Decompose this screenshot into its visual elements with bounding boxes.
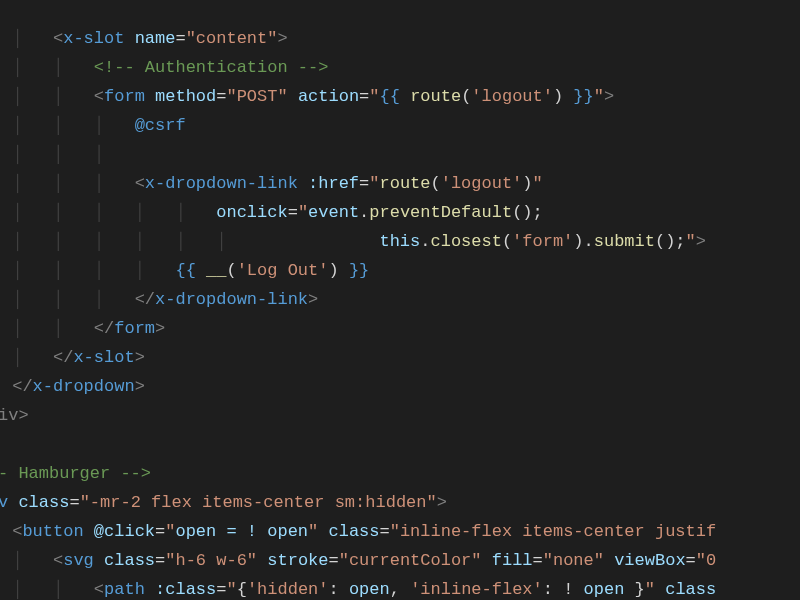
code-line[interactable]: │ <x-slot name="content"> (0, 24, 716, 53)
code-line[interactable]: │ </x-slot> (0, 343, 716, 372)
code-line[interactable]: v class="-mr-2 flex items-center sm:hidd… (0, 488, 716, 517)
code-line[interactable]: │ │ │ (0, 140, 716, 169)
code-line[interactable]: │ │ │ @csrf (0, 111, 716, 140)
code-line[interactable]: │ │ <form method="POST" action="{{ route… (0, 82, 716, 111)
code-line[interactable]: │ │ │ │ {{ __('Log Out') }} (0, 256, 716, 285)
code-line[interactable]: │ │ │ </x-dropdown-link> (0, 285, 716, 314)
code-line[interactable]: │ <svg class="h-6 w-6" stroke="currentCo… (0, 546, 716, 575)
code-line[interactable] (0, 430, 716, 459)
code-line[interactable]: <button @click="open = ! open" class="in… (0, 517, 716, 546)
code-line[interactable]: │ │ │ <x-dropdown-link :href="route('log… (0, 169, 716, 198)
code-line[interactable]: │ │ <!-- Authentication --> (0, 53, 716, 82)
code-line[interactable]: iv> (0, 401, 716, 430)
code-line[interactable]: </x-dropdown> (0, 372, 716, 401)
code-line[interactable]: │ │ <path :class="{'hidden': open, 'inli… (0, 575, 716, 600)
code-editor[interactable]: │ <x-slot name="content"> │ │ <!-- Authe… (0, 0, 716, 600)
code-line[interactable]: │ │ │ │ │ │ this.closest('form').submit(… (0, 227, 716, 256)
code-line[interactable]: │ │ │ │ │ onclick="event.preventDefault(… (0, 198, 716, 227)
code-line[interactable]: - Hamburger --> (0, 459, 716, 488)
code-line[interactable]: │ │ </form> (0, 314, 716, 343)
